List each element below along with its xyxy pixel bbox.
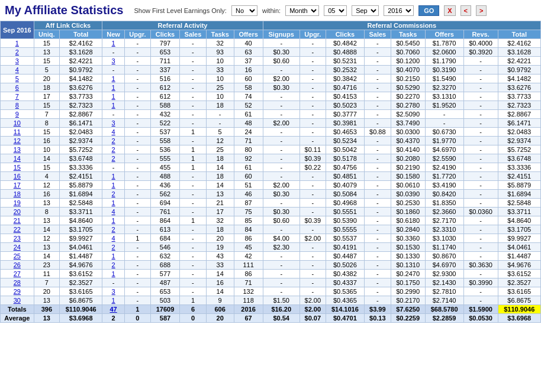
day-select[interactable]: 05	[324, 5, 347, 16]
table-cell[interactable]: 28	[1, 278, 34, 287]
table-cell[interactable]: 4	[102, 208, 125, 216]
table-cell[interactable]: 1	[102, 172, 125, 181]
table-cell: $3.1705	[60, 225, 102, 234]
table-cell[interactable]: 16	[1, 172, 34, 181]
table-cell[interactable]: 1	[102, 216, 125, 225]
average-cell: $0.13	[364, 314, 391, 323]
table-cell[interactable]: 1	[102, 74, 125, 83]
table-cell: 14	[206, 163, 234, 172]
table-cell[interactable]: 10	[1, 119, 34, 128]
table-cell: -	[463, 57, 498, 66]
table-cell: $5.8879	[498, 181, 541, 190]
table-cell[interactable]: 18	[1, 190, 34, 199]
table-cell[interactable]: 3	[102, 57, 125, 66]
table-cell[interactable]: 4	[1, 66, 34, 74]
average-cell: 20	[206, 314, 234, 323]
table-cell: $5.8879	[60, 181, 102, 190]
table-cell[interactable]: 1	[102, 181, 125, 190]
table-cell: $3.1030	[425, 234, 463, 243]
table-cell: 43	[206, 252, 234, 261]
table-cell[interactable]: 23	[1, 234, 34, 243]
table-cell[interactable]: 30	[1, 296, 34, 305]
month-select[interactable]: Sep	[352, 5, 379, 16]
table-cell[interactable]: 2	[102, 137, 125, 145]
table-cell: $4.9676	[498, 261, 541, 270]
table-cell[interactable]: 9	[1, 110, 34, 119]
table-cell[interactable]: 1	[102, 252, 125, 261]
table-cell[interactable]: 2	[102, 225, 125, 234]
table-cell[interactable]: 8	[1, 101, 34, 110]
table-cell[interactable]: 13	[1, 145, 34, 154]
table-cell[interactable]: 1	[102, 101, 125, 110]
table-cell[interactable]: 26	[1, 261, 34, 270]
table-cell[interactable]: 2	[102, 190, 125, 199]
table-row: 1712$5.88791-436-1451$2.00-$0.4079-$0.06…	[1, 181, 541, 190]
table-cell[interactable]: 27	[1, 270, 34, 278]
table-cell[interactable]: 24	[1, 243, 34, 252]
table-cell: -	[463, 119, 498, 128]
table-cell[interactable]: 1	[102, 83, 125, 92]
prev-button[interactable]: <	[461, 5, 471, 16]
table-cell: 15	[34, 163, 59, 172]
table-cell[interactable]: 29	[1, 287, 34, 296]
year-select[interactable]: 2016	[384, 5, 414, 16]
totals-cell: 6	[180, 305, 207, 314]
table-cell[interactable]: 20	[1, 208, 34, 216]
table-cell[interactable]: 21	[1, 216, 34, 225]
table-cell[interactable]: 1	[102, 199, 125, 208]
table-cell[interactable]: 2	[102, 154, 125, 163]
table-cell: $1.4487	[498, 252, 541, 261]
table-cell[interactable]: 17	[1, 181, 34, 190]
table-cell: 40	[234, 39, 263, 48]
table-cell: 87	[234, 199, 263, 208]
table-cell[interactable]: 25	[1, 252, 34, 261]
table-cell: -	[263, 261, 300, 270]
table-cell: $0.4079	[326, 181, 364, 190]
table-row: 2312$9.992741684-2086$4.00$2.00$0.5537-$…	[1, 234, 541, 243]
table-cell[interactable]: 15	[1, 163, 34, 172]
period-select[interactable]: Month	[285, 5, 319, 16]
table-cell[interactable]: 1	[102, 296, 125, 305]
first-level-select[interactable]: No Yes	[231, 5, 257, 16]
table-cell[interactable]: 2	[102, 243, 125, 252]
table-cell: $0.5365	[326, 287, 364, 296]
table-cell: 1	[180, 163, 207, 172]
table-cell: $0.3190	[425, 66, 463, 74]
table-cell[interactable]: 3	[102, 119, 125, 128]
table-cell[interactable]: 11	[1, 128, 34, 137]
table-cell[interactable]: 4	[102, 128, 125, 137]
table-cell[interactable]: 1	[102, 39, 125, 48]
table-cell: $2.7810	[425, 287, 463, 296]
table-cell: -	[206, 110, 234, 119]
table-cell[interactable]: 3	[102, 287, 125, 296]
table-cell[interactable]: 1	[1, 39, 34, 48]
table-cell[interactable]: 6	[1, 83, 34, 92]
table-cell: $0.5450	[391, 39, 425, 48]
table-cell: $0.5234	[326, 137, 364, 145]
table-cell[interactable]: 3	[1, 57, 34, 66]
table-cell: $0.2190	[391, 163, 425, 172]
table-cell[interactable]: 4	[102, 234, 125, 243]
table-cell: $0.4370	[391, 137, 425, 145]
table-cell: $2.7140	[425, 296, 463, 305]
table-cell[interactable]: 7	[1, 92, 34, 101]
table-cell[interactable]: 2	[102, 145, 125, 154]
table-cell[interactable]: 2	[1, 48, 34, 57]
table-cell[interactable]: 5	[1, 74, 34, 83]
go-button[interactable]: GO	[418, 5, 439, 16]
table-cell: 711	[150, 57, 179, 66]
table-cell[interactable]: 14	[1, 154, 34, 163]
table-cell[interactable]: 1	[102, 92, 125, 101]
next-button[interactable]: >	[476, 5, 487, 16]
table-cell[interactable]: 19	[1, 199, 34, 208]
table-cell[interactable]: 22	[1, 225, 34, 234]
table-cell[interactable]: 1	[102, 270, 125, 278]
table-cell[interactable]: 12	[1, 137, 34, 145]
close-button[interactable]: X	[444, 5, 455, 16]
table-cell: $0.2470	[391, 270, 425, 278]
table-cell: $3.6152	[60, 270, 102, 278]
table-cell: $4.0461	[498, 243, 541, 252]
table-cell[interactable]: 2	[102, 261, 125, 270]
table-cell: $0.39	[300, 216, 326, 225]
totals-cell[interactable]: 47	[102, 305, 125, 314]
